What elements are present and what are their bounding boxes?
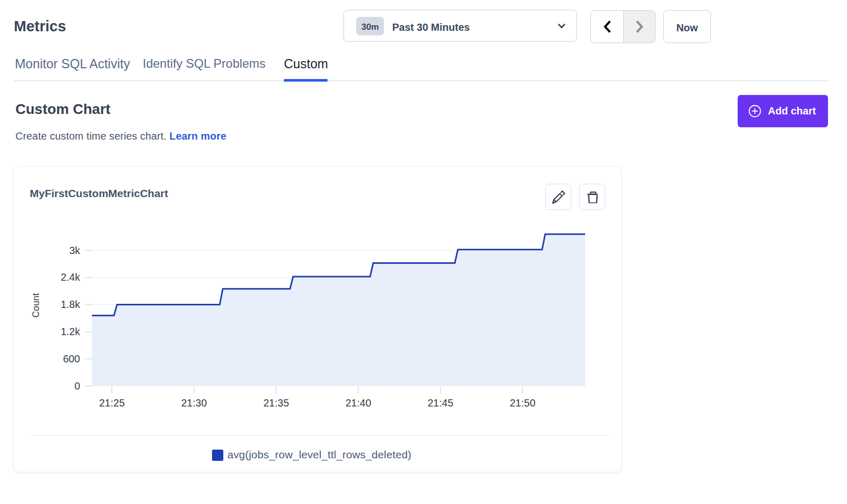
svg-text:2.4k: 2.4k xyxy=(61,272,81,283)
svg-text:21:40: 21:40 xyxy=(345,397,371,409)
svg-text:600: 600 xyxy=(63,353,80,364)
svg-text:1.2k: 1.2k xyxy=(61,326,81,337)
svg-text:Count: Count xyxy=(31,293,41,318)
svg-text:21:45: 21:45 xyxy=(428,397,453,409)
svg-text:21:35: 21:35 xyxy=(263,397,289,409)
svg-text:0: 0 xyxy=(74,380,80,392)
svg-text:1.8k: 1.8k xyxy=(61,299,81,310)
svg-text:21:30: 21:30 xyxy=(181,397,207,409)
svg-text:3k: 3k xyxy=(69,245,81,256)
svg-text:21:25: 21:25 xyxy=(99,397,125,409)
svg-text:21:50: 21:50 xyxy=(510,397,535,409)
